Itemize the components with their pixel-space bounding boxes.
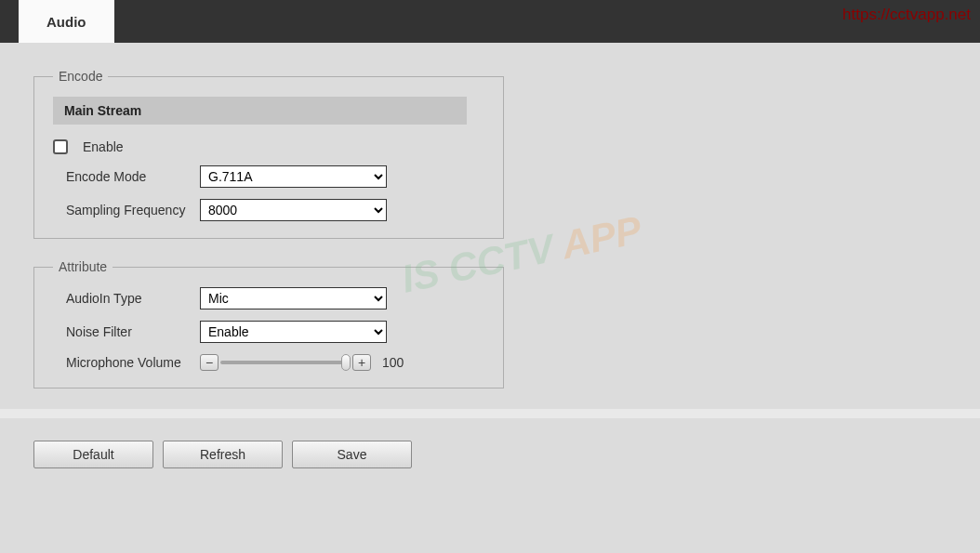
microphone-volume-value: 100 (382, 355, 404, 370)
microphone-volume-label: Microphone Volume (53, 355, 200, 370)
audioin-type-select[interactable]: Mic (200, 287, 387, 309)
main-stream-header: Main Stream (53, 97, 467, 125)
attribute-fieldset: Attribute AudioIn Type Mic Noise Filter … (33, 259, 504, 388)
volume-plus-button[interactable]: + (352, 354, 371, 371)
tab-audio[interactable]: Audio (19, 0, 114, 43)
volume-slider-track[interactable] (220, 361, 351, 364)
enable-checkbox[interactable] (53, 139, 68, 154)
attribute-legend: Attribute (53, 259, 113, 274)
refresh-button[interactable]: Refresh (163, 441, 283, 468)
save-button[interactable]: Save (292, 441, 412, 468)
sampling-frequency-label: Sampling Frequency (53, 203, 200, 217)
encode-fieldset: Encode Main Stream Enable Encode Mode G.… (33, 69, 504, 239)
encode-mode-label: Encode Mode (53, 169, 200, 184)
enable-label: Enable (83, 139, 124, 154)
noise-filter-label: Noise Filter (53, 324, 200, 339)
watermark-url: https://cctvapp.net (842, 6, 971, 24)
section-divider (0, 409, 980, 418)
encode-mode-select[interactable]: G.711A (200, 165, 387, 188)
audioin-type-label: AudioIn Type (53, 291, 200, 306)
noise-filter-select[interactable]: Enable (200, 321, 387, 343)
volume-slider-thumb[interactable] (341, 354, 351, 371)
sampling-frequency-select[interactable]: 8000 (200, 199, 387, 221)
default-button[interactable]: Default (33, 441, 153, 468)
encode-legend: Encode (53, 69, 108, 84)
tab-bar: Audio https://cctvapp.net (0, 0, 980, 43)
page-content: Encode Main Stream Enable Encode Mode G.… (0, 43, 980, 468)
action-buttons: Default Refresh Save (33, 439, 947, 468)
volume-minus-button[interactable]: − (200, 354, 219, 371)
